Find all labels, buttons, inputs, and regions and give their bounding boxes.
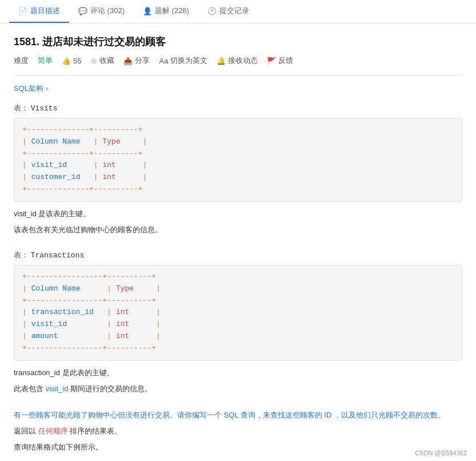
translate-label: 切换为英文 — [170, 55, 207, 66]
transactions-section: 表： Transactions +-----------------+-----… — [14, 250, 462, 395]
bottom-desc-line1: 有一些顾客可能光顾了购物中心但没有进行交易。请你编写一个 SQL 查询，来查找这… — [14, 409, 462, 422]
visit-id-highlight: visit_id — [46, 384, 69, 393]
feedback-item[interactable]: 🚩 反馈 — [267, 55, 293, 66]
transactions-desc2: 此表包含 visit_id 期间进行的交易的信息。 — [14, 383, 462, 395]
difficulty-label: 难度 — [14, 55, 29, 66]
solutions-icon: 👤 — [143, 7, 152, 15]
visits-section: 表： Visits +--------------+----------+ | … — [14, 103, 462, 236]
tab-description-label: 题目描述 — [30, 6, 60, 16]
transactions-code-block: +-----------------+----------+ | Column … — [14, 265, 462, 361]
footer: CSDN @SS$4362 — [415, 450, 467, 456]
divider — [14, 75, 462, 75]
problem-title: 1581. 进店却未进行过交易的顾客 — [14, 35, 462, 49]
breadcrumb[interactable]: SQL架构 › — [14, 84, 462, 94]
tab-comments[interactable]: 💬 评论 (302) — [69, 0, 134, 23]
line2-highlight: 任何顺序 — [38, 427, 68, 435]
visits-code-block: +--------------+----------+ | Column Nam… — [14, 118, 462, 202]
translate-icon: Aa — [159, 57, 168, 65]
visits-desc1: visit_id 是该表的主键。 — [14, 208, 462, 220]
share-label: 分享 — [135, 55, 150, 66]
tab-comments-label: 评论 (302) — [90, 6, 125, 16]
tab-submissions-label: 提交记录 — [219, 6, 249, 16]
bottom-desc-line3: 查询结果格式如下例所示。 — [14, 441, 462, 454]
bottom-section: 有一些顾客可能光顾了购物中心但没有进行交易。请你编写一个 SQL 查询，来查找这… — [14, 409, 462, 454]
notify-label: 接收动态 — [228, 55, 258, 66]
tab-description[interactable]: 📄 题目描述 — [9, 0, 69, 23]
likes-icon: 👍 — [62, 57, 71, 65]
feedback-label: 反馈 — [278, 55, 293, 66]
likes-item[interactable]: 👍 55 — [62, 57, 81, 65]
line2-suffix: 排序的结果表。 — [70, 427, 122, 435]
line2-prefix: 返回以 — [14, 427, 36, 435]
notify-item[interactable]: 🔔 接收动态 — [217, 55, 258, 66]
transactions-desc1: transaction_id 是此表的主键。 — [14, 367, 462, 379]
likes-count: 55 — [73, 57, 81, 65]
transactions-table-name: Transactions — [31, 251, 85, 260]
main-content: 1581. 进店却未进行过交易的顾客 难度 简单 👍 55 ☆ 收藏 📤 分享 … — [0, 23, 476, 461]
share-icon: 📤 — [123, 57, 133, 65]
description-icon: 📄 — [18, 7, 27, 15]
difficulty-value: 简单 — [38, 55, 53, 66]
visits-desc2: 该表包含有关光临过购物中心的顾客的信息。 — [14, 224, 462, 236]
collect-icon: ☆ — [90, 57, 97, 65]
meta-row: 难度 简单 👍 55 ☆ 收藏 📤 分享 Aa 切换为英文 🔔 接收动态 🚩 反… — [14, 55, 462, 66]
transactions-table-label: 表： Transactions — [14, 250, 462, 260]
visits-table-label: 表： Visits — [14, 103, 462, 113]
bottom-desc-line2: 返回以 任何顺序 排序的结果表。 — [14, 425, 462, 438]
visits-table-name: Visits — [31, 104, 58, 113]
collect-item[interactable]: ☆ 收藏 — [90, 55, 114, 66]
tab-solutions-label: 题解 (228) — [155, 6, 189, 16]
bottom-line1-text: 有一些顾客可能光顾了购物中心但没有进行交易。请你编写一个 SQL 查询，来查找这… — [14, 411, 445, 419]
collect-label: 收藏 — [99, 55, 114, 66]
share-item[interactable]: 📤 分享 — [123, 55, 150, 66]
submissions-icon: 🕐 — [207, 7, 217, 15]
notify-icon: 🔔 — [217, 57, 226, 65]
comments-icon: 💬 — [78, 7, 87, 15]
feedback-icon: 🚩 — [267, 57, 276, 65]
tab-bar: 📄 题目描述 💬 评论 (302) 👤 题解 (228) 🕐 提交记录 — [0, 0, 476, 23]
tab-solutions[interactable]: 👤 题解 (228) — [134, 0, 198, 23]
tab-submissions[interactable]: 🕐 提交记录 — [198, 0, 258, 23]
translate-item[interactable]: Aa 切换为英文 — [159, 55, 207, 66]
